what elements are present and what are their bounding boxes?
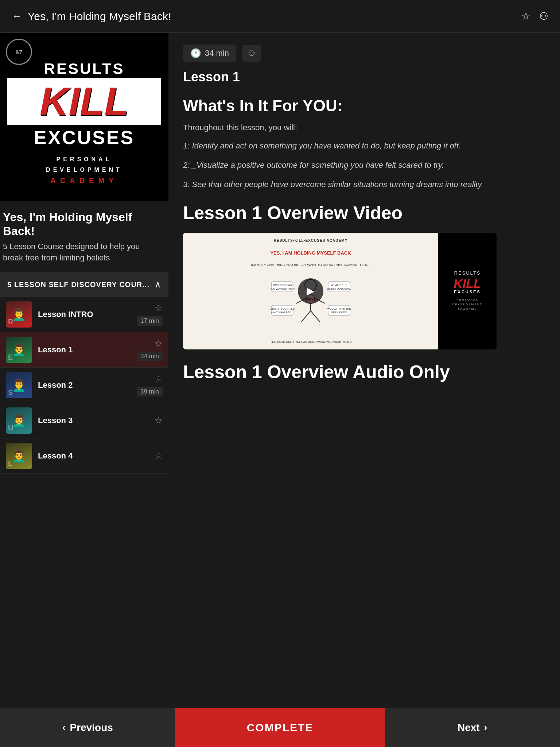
lesson-actions-3: ☆	[155, 415, 163, 426]
svg-rect-6	[271, 282, 293, 292]
lesson-thumb-3: 👨‍🦱 U	[6, 407, 32, 434]
lesson-actions-2: ☆ 39 min	[137, 374, 163, 396]
thumb-letter-e: E	[8, 353, 13, 361]
bookmark-icon-4[interactable]: ☆	[155, 451, 163, 461]
lesson-thumb-4: 👨‍🦱 L	[6, 443, 32, 469]
right-panel: 🕐 34 min ⚇ Lesson 1 What's In It For YOU…	[168, 33, 560, 474]
item-text-3: 3: See that other people have overcome s…	[183, 178, 545, 190]
lesson-number: Lesson 1	[183, 69, 545, 85]
excuses-text: EXCUSES	[34, 127, 135, 148]
course-title-section: Yes, I'm Holding Myself Back! 5 Lesson C…	[0, 201, 168, 266]
link-button[interactable]: ⚇	[242, 45, 261, 62]
svg-line-5	[311, 311, 320, 322]
lesson-info-1: Lesson 1	[32, 345, 137, 355]
lesson-name-1: Lesson 1	[38, 345, 131, 355]
bookmark-icon-2[interactable]: ☆	[155, 374, 163, 384]
svg-text:WHAT IF YOU TRIED: WHAT IF YOU TRIED	[271, 307, 295, 310]
ws-subtitle: IDENTIFY ONE THING YOU REALLY WANT TO DO…	[189, 263, 432, 267]
lesson-name-3: Lesson 3	[38, 416, 149, 425]
results-text: RESULTS	[44, 60, 125, 78]
list-item[interactable]: 👨‍🦱 S Lesson 2 ☆ 39 min	[0, 368, 168, 403]
ws-footer: FIND SOMEONE THAT HAS DONE WHAT YOU WANT…	[189, 340, 432, 344]
svg-text:YOU WANTED THIS?: YOU WANTED THIS?	[271, 287, 295, 290]
prev-arrow-icon: ‹	[62, 722, 66, 733]
course-title: Yes, I'm Holding Myself Back!	[3, 210, 161, 238]
previous-label: Previous	[70, 722, 113, 734]
back-button[interactable]: ←	[12, 11, 22, 22]
ws-title: YES, I AM HOLDING MYSELF BACK	[189, 250, 432, 256]
next-button[interactable]: Next ›	[385, 708, 560, 747]
svg-text:WORST OUTCOME?: WORST OUTCOME?	[327, 287, 351, 290]
list-item[interactable]: 👨‍🦱 L Lesson 4 ☆	[0, 438, 168, 474]
share-link-button[interactable]: ⚇	[539, 10, 548, 22]
intro-text: Throughout this lesson, you will:	[183, 123, 545, 132]
wiify-title: What's In It For YOU:	[183, 96, 545, 116]
thumb-letter-r: R	[8, 318, 13, 326]
svg-text:& NOTHING BAD...: & NOTHING BAD...	[271, 311, 293, 314]
course-image: 0/7 RESULTS KILL EXCUSES PERSONALDEVELOP…	[0, 33, 168, 201]
accordion-title: 5 LESSON SELF DISCOVERY COUR...	[7, 280, 149, 289]
audio-only-title: Lesson 1 Overview Audio Only	[183, 361, 545, 383]
lesson-name-4: Lesson 4	[38, 451, 149, 461]
header: ← Yes, I'm Holding Myself Back! ☆ ⚇	[0, 0, 560, 33]
svg-text:VERY BEST?: VERY BEST?	[331, 311, 347, 314]
duration-2: 39 min	[137, 387, 163, 396]
video-pda-text: PERSONALDEVELOPMENTACADEMY	[452, 298, 482, 311]
play-button[interactable]: ▶	[298, 278, 323, 304]
main-layout: 0/7 RESULTS KILL EXCUSES PERSONALDEVELOP…	[0, 33, 560, 474]
svg-line-4	[302, 311, 311, 322]
lesson-actions-1: ☆ 34 min	[137, 338, 163, 361]
accordion-chevron-icon: ∧	[155, 279, 161, 290]
lesson-info-2: Lesson 2	[32, 380, 137, 390]
svg-text:WOULD THINK THE: WOULD THINK THE	[327, 307, 351, 310]
video-thumbnail[interactable]: RESULTS·KILL·EXCUSES ACADEMY YES, I AM H…	[183, 233, 497, 349]
video-kill-text: KILL	[454, 277, 481, 290]
item-text-1: 1: Identify and act on something you hav…	[183, 140, 545, 152]
svg-rect-15	[328, 305, 350, 316]
complete-button[interactable]: COMPLETE	[175, 708, 385, 747]
lesson-meta: 🕐 34 min ⚇	[183, 44, 545, 62]
lesson-actions-intro: ☆ 17 min	[137, 303, 163, 326]
lesson-info-4: Lesson 4	[32, 451, 155, 461]
accordion-header[interactable]: 5 LESSON SELF DISCOVERY COUR... ∧	[0, 272, 168, 297]
svg-rect-12	[271, 305, 293, 316]
video-excuses-text: EXCUSES	[454, 290, 481, 294]
bookmark-icon-1[interactable]: ☆	[155, 338, 163, 349]
time-badge: 🕐 34 min	[183, 44, 236, 62]
bookmark-icon-3[interactable]: ☆	[155, 415, 163, 426]
thumb-letter-s: S	[8, 388, 13, 397]
course-image-bg: 0/7 RESULTS KILL EXCUSES PERSONALDEVELOP…	[0, 33, 168, 201]
header-title: Yes, I'm Holding Myself Back!	[28, 10, 171, 23]
header-icons: ☆ ⚇	[521, 10, 548, 22]
bottom-navigation: ‹ Previous COMPLETE Next ›	[0, 708, 560, 747]
bookmark-icon-intro[interactable]: ☆	[155, 303, 163, 313]
thumb-letter-u: U	[8, 424, 13, 432]
next-arrow-icon: ›	[484, 722, 487, 733]
previous-button[interactable]: ‹ Previous	[0, 708, 175, 747]
complete-label: COMPLETE	[247, 721, 314, 734]
video-inner: RESULTS·KILL·EXCUSES ACADEMY YES, I AM H…	[183, 233, 497, 349]
list-item[interactable]: 👨‍🦱 E Lesson 1 ☆ 34 min	[0, 332, 168, 368]
lesson-name-2: Lesson 2	[38, 380, 131, 390]
lesson-actions-4: ☆	[155, 451, 163, 461]
course-subtitle: 5 Lesson Course designed to help you bre…	[3, 241, 161, 264]
duration-1: 34 min	[137, 352, 163, 361]
next-label: Next	[458, 722, 480, 734]
pda-text: PERSONALDEVELOPMENT	[46, 154, 122, 175]
accordion[interactable]: 5 LESSON SELF DISCOVERY COUR... ∧	[0, 272, 168, 297]
lesson-info-3: Lesson 3	[32, 416, 155, 425]
lesson-thumb-intro: 👨‍🦱 R	[6, 301, 32, 328]
duration-intro: 17 min	[137, 316, 163, 326]
thumb-letter-l: L	[8, 459, 12, 468]
list-item[interactable]: 👨‍🦱 R Lesson INTRO ☆ 17 min	[0, 297, 168, 332]
lesson-info-intro: Lesson INTRO	[32, 310, 137, 319]
lesson-duration-display: 34 min	[205, 49, 229, 58]
lesson-list: 👨‍🦱 R Lesson INTRO ☆ 17 min 👨‍🦱 E	[0, 297, 168, 474]
progress-badge: 0/7	[6, 39, 32, 65]
svg-text:WHAT IS THE: WHAT IS THE	[331, 284, 347, 286]
list-item[interactable]: 👨‍🦱 U Lesson 3 ☆	[0, 403, 168, 438]
clock-icon: 🕐	[190, 48, 201, 58]
ws-header: RESULTS·KILL·EXCUSES ACADEMY	[189, 239, 432, 243]
video-worksheet: RESULTS·KILL·EXCUSES ACADEMY YES, I AM H…	[183, 233, 438, 349]
bookmark-button[interactable]: ☆	[521, 10, 530, 22]
